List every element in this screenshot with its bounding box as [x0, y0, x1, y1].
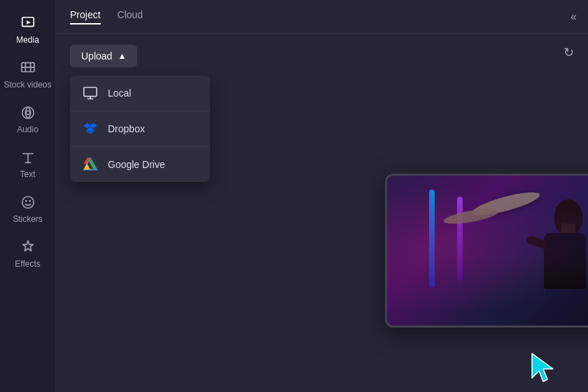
cursor-arrow	[525, 350, 560, 385]
sidebar-item-stock-videos[interactable]: Stock videos	[0, 52, 55, 97]
sidebar-item-effects[interactable]: Effects	[0, 231, 55, 276]
svg-marker-1	[27, 20, 31, 24]
upload-dropbox-option[interactable]: Dropbox	[70, 111, 210, 147]
video-preview-inner	[387, 176, 588, 326]
sidebar-item-audio[interactable]: Audio	[0, 97, 55, 141]
upload-button[interactable]: Upload ▲	[70, 45, 137, 67]
tab-project[interactable]: Project	[70, 9, 101, 24]
text-icon	[19, 148, 37, 167]
content-area: Upload ▲ ↻ Local	[56, 34, 588, 392]
svg-point-11	[22, 197, 34, 209]
audio-icon	[19, 104, 37, 122]
media-icon	[19, 14, 37, 32]
upload-label: Upload	[81, 50, 112, 62]
sidebar-item-effects-label: Effects	[15, 259, 40, 269]
upload-local-label: Local	[108, 88, 131, 99]
upload-gdrive-label: Google Drive	[108, 159, 165, 170]
upload-local-option[interactable]: Local	[70, 76, 210, 111]
svg-point-6	[22, 107, 34, 119]
svg-marker-21	[532, 354, 553, 382]
effects-icon	[19, 238, 37, 256]
refresh-button[interactable]: ↻	[564, 45, 574, 60]
google-drive-icon	[83, 157, 98, 172]
svg-marker-19	[84, 163, 90, 169]
stock-videos-icon	[19, 59, 37, 77]
chevron-up-icon: ▲	[118, 51, 126, 61]
sidebar-item-media-label: Media	[16, 35, 39, 45]
main-content: Project Cloud « Upload ▲ ↻ Local	[56, 0, 588, 392]
sidebar-item-media[interactable]: Media	[0, 7, 55, 52]
sidebar-item-text-label: Text	[20, 169, 35, 179]
video-preview	[385, 174, 588, 328]
collapse-panel-button[interactable]: «	[570, 10, 577, 23]
sidebar: Media Stock videos Audio	[0, 0, 56, 392]
local-icon	[83, 85, 98, 101]
upload-dropdown: Local Dropbox	[70, 76, 210, 182]
sidebar-item-stickers-label: Stickers	[13, 214, 43, 224]
dropbox-icon	[83, 121, 98, 136]
svg-point-13	[29, 200, 31, 202]
tabs-bar: Project Cloud «	[56, 0, 588, 34]
sidebar-item-audio-label: Audio	[17, 125, 38, 134]
upload-gdrive-option[interactable]: Google Drive	[70, 147, 210, 182]
svg-rect-14	[84, 88, 97, 97]
tab-cloud[interactable]: Cloud	[118, 9, 144, 24]
stickers-icon	[19, 193, 37, 211]
svg-point-12	[24, 200, 27, 202]
sidebar-item-stock-videos-label: Stock videos	[4, 80, 51, 90]
svg-point-7	[26, 111, 30, 115]
upload-dropbox-label: Dropbox	[108, 123, 145, 134]
sidebar-item-text[interactable]: Text	[0, 141, 55, 186]
sidebar-item-stickers[interactable]: Stickers	[0, 186, 55, 231]
